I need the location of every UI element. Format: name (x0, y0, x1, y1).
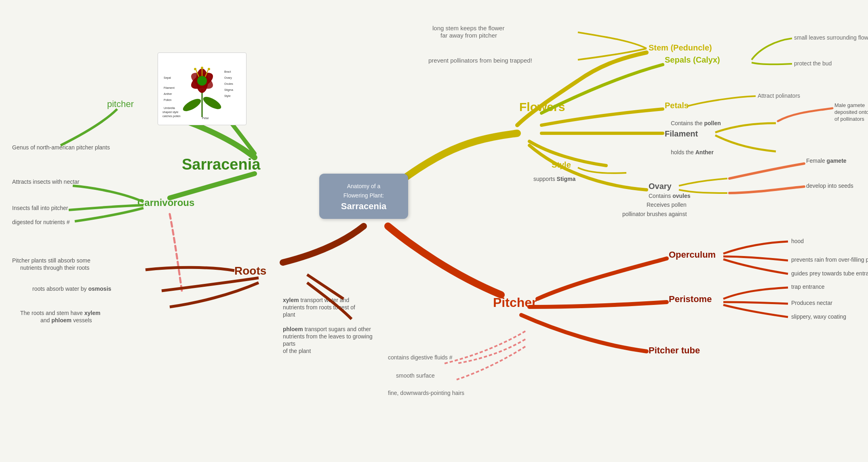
digestive-note: contains digestive fluids # (388, 354, 453, 361)
phloem-transport-note3: parts (283, 340, 295, 347)
xylem-transport-note2: nutrients from roots to rest of (283, 304, 355, 311)
roots-osmosis-note: roots absorb water by osmosis (32, 286, 112, 292)
roots-label: Roots (234, 265, 266, 277)
male-gamete-label: Male gamete (834, 102, 865, 108)
svg-text:catches pollen: catches pollen (162, 115, 181, 118)
operculum-note3: guides prey towards tube entrance (791, 270, 868, 277)
phloem-transport-note: phloem transport sugars and other (283, 326, 371, 332)
xylem-transport-note: xylem transport water and (283, 297, 349, 303)
stem-note2: prevent pollinators from being trapped! (428, 57, 532, 64)
svg-point-12 (201, 67, 203, 69)
svg-text:Ovules: Ovules (224, 82, 233, 85)
ovary-note1: Contains ovules (649, 193, 691, 199)
sepals-label: Sepals (Calyx) (665, 55, 720, 64)
carnivorous-label: Carnivorous (137, 197, 194, 208)
stem-label: Stem (Peduncle) (649, 43, 712, 52)
svg-text:Pollen: Pollen (164, 99, 172, 101)
ovary-note2: Receives pollen (647, 202, 687, 208)
svg-text:Petal: Petal (202, 117, 209, 120)
peristome-note2: Produces nectar (791, 300, 832, 306)
carnivorous-note1: Attracts insects with nectar (12, 178, 80, 185)
operculum-note2: prevents rain from over-filling pitcher (791, 256, 868, 263)
filament-label: Filament (665, 129, 698, 138)
xylem-transport-note3: plant (283, 311, 295, 318)
supports-stigma-label: supports Stigma (533, 176, 575, 182)
svg-text:Sepal: Sepal (164, 76, 171, 80)
center-title-line2: Flowering Plant: (343, 192, 384, 199)
roots-vessels-note2: and phloem vessels (40, 317, 92, 323)
roots-vessels-note: The roots and stem have xylem (20, 310, 100, 316)
male-gamete-label3: of pollinators (834, 116, 864, 122)
smooth-surface-note: smooth surface (396, 372, 435, 379)
pitcher-tube-label: Pitcher tube (649, 345, 700, 355)
develop-seeds-label: develop into seeds (806, 183, 853, 189)
svg-point-14 (194, 68, 196, 70)
roots-absorb-note2: nutrients through their roots (20, 265, 89, 271)
svg-text:Anther: Anther (164, 92, 172, 95)
peristome-note1: trap entrance (791, 284, 825, 290)
sepals-note2: protect the bud (794, 60, 832, 67)
phloem-transport-note2: nutrients from the leaves to growing (283, 333, 373, 340)
peristome-note3: slippery, waxy coating (791, 313, 846, 320)
stem-note1b: far away from pitcher (440, 32, 497, 39)
pitcher-branch-label: pitcher (107, 99, 134, 109)
svg-point-10 (197, 76, 207, 86)
carnivorous-note3: digested for nutrients # (12, 219, 70, 225)
svg-text:Ovary: Ovary (224, 76, 232, 80)
svg-text:shaped style: shaped style (162, 111, 178, 114)
male-gamete-label2: deposited onto back (834, 109, 868, 115)
ovary-label: Ovary (649, 182, 672, 191)
svg-text:Bract: Bract (224, 70, 231, 73)
center-title-small: Anatomy of a (347, 183, 381, 189)
stem-note1: long stem keeps the flower (432, 25, 504, 32)
downward-hairs-note: fine, downwards-pointing hairs (388, 390, 464, 396)
phloem-transport-note4: of the plant (283, 348, 311, 354)
flower-diagram-box: Sepal Bract Filament Anther Pollen Ovary… (158, 52, 246, 125)
petals-label: Petals (665, 101, 689, 110)
ovary-note3: pollinator brushes against (622, 211, 687, 217)
center-title-main: Sarracenia (331, 201, 396, 212)
svg-text:Style: Style (224, 94, 231, 98)
contains-pollen-label: Contains the pollen (671, 120, 721, 126)
mindmap: Flowers Stem (Peduncle) long stem keeps … (0, 0, 868, 462)
operculum-label: Operculum (669, 250, 716, 260)
female-gamete-label: Female gamete (806, 158, 847, 164)
svg-text:Stigma: Stigma (224, 88, 233, 92)
svg-point-16 (208, 68, 210, 70)
sepals-note1: small leaves surrounding flower (794, 34, 868, 41)
svg-text:Filament: Filament (164, 86, 175, 89)
center-box: Anatomy of a Flowering Plant: Sarracenia (319, 174, 408, 219)
operculum-note1: hood (791, 238, 804, 244)
petals-note1: Attract polinators (758, 92, 800, 99)
svg-text:Umbrella: Umbrella (164, 107, 175, 109)
holds-anther-label: holds the Anther (671, 149, 714, 155)
sarracenia-label: Sarracenia (182, 156, 261, 173)
carnivorous-note2: Insects fall into pitcher (12, 205, 68, 211)
genus-note: Genus of north-american pitcher plants (12, 144, 110, 151)
flower-diagram-svg: Sepal Bract Filament Anther Pollen Ovary… (162, 57, 242, 121)
peristome-label: Peristome (669, 294, 712, 304)
roots-absorb-note: Pitcher plants still absorb some (12, 257, 91, 264)
